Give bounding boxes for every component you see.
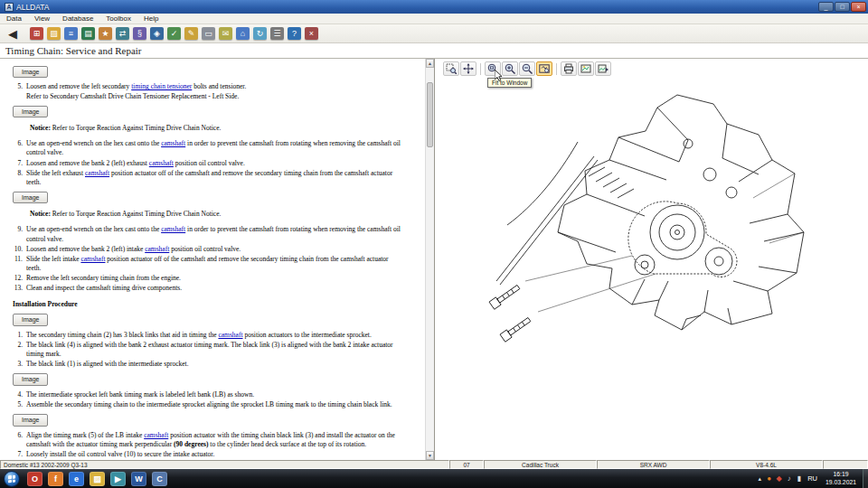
menu-database[interactable]: Database <box>56 14 99 23</box>
network-tray-icon[interactable]: ▮ <box>795 474 803 483</box>
explorer-folder-icon[interactable]: ▨ <box>90 472 105 486</box>
start-button[interactable] <box>4 471 20 487</box>
minimize-button[interactable]: _ <box>818 2 834 12</box>
zoom-out-button[interactable] <box>519 61 535 76</box>
status-engine: V8-4.6L <box>710 460 823 469</box>
step-number: 1. <box>11 331 26 340</box>
status-bar: Domestic #13 2002-2009 Q3-13 07 Cadillac… <box>0 460 868 469</box>
parts-icon[interactable]: ◈ <box>150 27 164 40</box>
word-icon[interactable]: W <box>131 472 146 486</box>
next-image-icon <box>598 63 609 74</box>
procedure-step: 7.Loosely install the oil control valve … <box>11 450 416 459</box>
image-button[interactable]: Image <box>13 373 48 385</box>
repair-doc-icon[interactable]: ≡ <box>64 27 78 40</box>
system-tray: ▴ ●◆♪▮ RU 16:19 19.03.2021 <box>758 469 868 488</box>
step-number: 6. <box>11 139 26 157</box>
print-icon[interactable]: ▭ <box>202 27 215 40</box>
language-indicator[interactable]: RU <box>806 474 819 483</box>
history-icon[interactable]: ↻ <box>253 27 267 40</box>
doc-link[interactable]: camshaft <box>145 245 169 253</box>
article-scrollbar[interactable]: ▲ ▼ <box>425 59 434 460</box>
doc-link[interactable]: camshaft <box>218 331 242 339</box>
close-button[interactable]: × <box>851 2 866 12</box>
procedure-step: 11.Slide the left intake camshaft positi… <box>11 255 416 273</box>
image-button[interactable]: Image <box>13 66 48 78</box>
image-button[interactable]: Image <box>13 414 48 426</box>
page-title: Timing Chain: Service and Repair <box>5 45 868 56</box>
clock-date: 19.03.2021 <box>826 479 856 485</box>
taskbar: Ofe▨▶WC ▴ ●◆♪▮ RU 16:19 19.03.2021 <box>0 469 868 488</box>
wiring-icon[interactable]: ⇄ <box>116 27 129 40</box>
image-button[interactable]: Image <box>13 314 48 325</box>
back-button[interactable]: ◀ <box>3 26 23 42</box>
update-tray-icon[interactable]: ● <box>765 474 773 483</box>
specs-icon[interactable]: § <box>133 27 146 40</box>
fit-to-window-button[interactable] <box>536 61 552 76</box>
book-icon[interactable]: ▤ <box>81 27 95 40</box>
menu-help[interactable]: Help <box>137 14 165 23</box>
scrollbar-thumb[interactable] <box>427 82 433 147</box>
show-desktop-button[interactable] <box>863 469 868 488</box>
home-icon[interactable]: ⌂ <box>236 27 250 40</box>
settings-icon[interactable]: ☰ <box>270 27 284 40</box>
volume-tray-icon[interactable]: ♪ <box>785 474 793 483</box>
step-number: 5. <box>11 82 26 100</box>
exit-icon[interactable]: × <box>305 27 318 40</box>
doc-link[interactable]: timing chain tensioner <box>131 82 192 90</box>
email-icon[interactable]: ✉ <box>219 27 232 40</box>
procedure-step: 5.Assemble the secondary timing chain to… <box>11 400 416 409</box>
window-title: ALLDATA <box>16 3 818 12</box>
notice: Notice: Refer to Torque Reaction Against… <box>30 124 416 133</box>
doc-link[interactable]: camshaft <box>149 159 174 167</box>
tsb-icon[interactable]: ★ <box>99 27 112 40</box>
step-text: The intermediate sprocket left bank timi… <box>26 390 416 399</box>
browser-red-icon[interactable]: O <box>27 472 42 486</box>
scroll-down-button[interactable]: ▼ <box>426 451 434 460</box>
doc-link[interactable]: camshaft <box>85 169 109 177</box>
next-image-button[interactable] <box>595 61 611 76</box>
content-area: Image5.Loosen and remove the left second… <box>0 58 868 460</box>
antivirus-tray-icon[interactable]: ◆ <box>775 474 783 483</box>
doc-link[interactable]: camshaft <box>80 255 105 263</box>
notes-icon[interactable]: ✎ <box>184 27 198 40</box>
internet-explorer-icon[interactable]: e <box>69 472 84 486</box>
scroll-up-button[interactable]: ▲ <box>426 59 434 68</box>
procedure-step: 6.Align the timing mark (5) of the LB in… <box>11 431 416 449</box>
labor-icon[interactable]: ✓ <box>167 27 181 40</box>
image-button[interactable]: Image <box>13 192 48 203</box>
hidden-icons-button[interactable]: ▴ <box>758 475 763 483</box>
vehicle-select-icon[interactable]: ⊞ <box>30 27 43 40</box>
menu-toolbox[interactable]: Toolbox <box>99 14 137 23</box>
doc-link[interactable]: camshaft <box>161 139 185 147</box>
procedure-step: 2.The black link (4) is aligned with the… <box>11 341 416 359</box>
image-button[interactable]: Image <box>13 106 48 117</box>
menu-view[interactable]: View <box>28 14 56 23</box>
previous-image-button[interactable] <box>578 61 594 76</box>
procedure-step: 3.The black link (1) is aligned with the… <box>11 360 416 369</box>
procedure-step: 5.Loosen and remove the left secondary t… <box>11 82 416 100</box>
clock[interactable]: 16:19 19.03.2021 <box>822 471 860 486</box>
folder-icon[interactable]: ▨ <box>47 27 61 40</box>
zoom-in-icon <box>505 63 515 74</box>
doc-link[interactable]: camshaft <box>161 225 185 233</box>
step-number: 8. <box>11 169 26 187</box>
step-text: The black link (4) is aligned with the b… <box>26 341 416 359</box>
step-text: Use an open-end wrench on the hex cast o… <box>26 139 416 157</box>
procedure-step: 4.The intermediate sprocket left bank ti… <box>11 390 416 399</box>
menu-data[interactable]: Data <box>0 14 28 23</box>
commander-icon[interactable]: C <box>152 472 167 486</box>
step-text: Assemble the secondary timing chain to t… <box>26 400 416 409</box>
help-icon[interactable]: ? <box>288 27 301 40</box>
step-number: 7. <box>11 450 26 459</box>
zoom-in-button[interactable] <box>502 61 518 76</box>
firefox-icon[interactable]: f <box>48 472 63 486</box>
pan-button[interactable] <box>460 61 476 76</box>
doc-link[interactable]: camshaft <box>144 431 168 439</box>
maximize-button[interactable]: □ <box>835 2 850 12</box>
print-image-button[interactable] <box>561 61 577 76</box>
media-player-icon[interactable]: ▶ <box>110 472 126 486</box>
zoom-select-button[interactable] <box>443 61 459 76</box>
image-viewer-pane: Fit to Window <box>435 59 868 460</box>
print-icon <box>563 63 574 74</box>
windows-logo-icon <box>8 474 15 483</box>
